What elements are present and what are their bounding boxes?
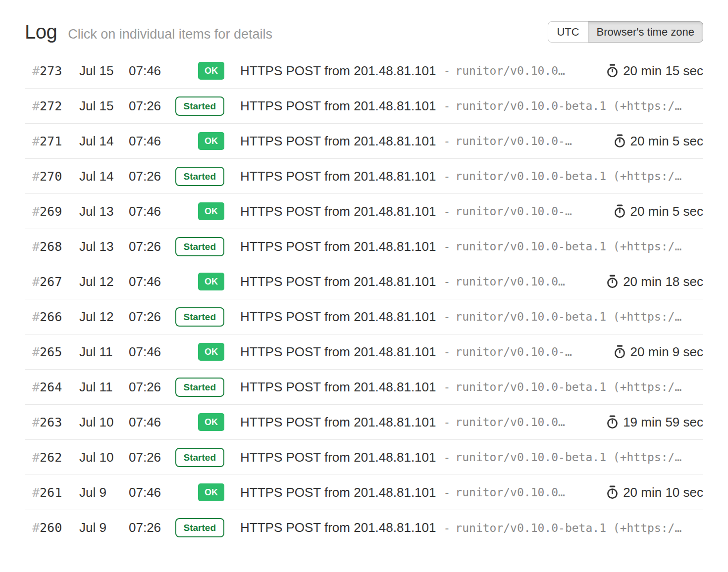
row-badge-cell: Started: [173, 307, 224, 327]
row-number-hash: #: [32, 415, 40, 429]
status-badge: OK: [198, 62, 224, 80]
row-number: #271: [25, 134, 79, 148]
log-row[interactable]: #273 Jul 15 07:46 OK HTTPS POST from 201…: [25, 53, 703, 89]
row-number: #266: [25, 310, 79, 324]
row-number-hash: #: [32, 521, 40, 535]
duration-text: 19 min 59 sec: [623, 415, 703, 430]
event-text: HTTPS POST from 201.48.81.101: [240, 239, 436, 254]
row-number: #261: [25, 485, 79, 500]
duration: 20 min 18 sec: [593, 274, 703, 289]
user-agent-text: runitor/v0.10.0-…: [455, 135, 572, 147]
event-text: HTTPS POST from 201.48.81.101: [240, 134, 436, 149]
log-row[interactable]: #267 Jul 12 07:46 OK HTTPS POST from 201…: [25, 264, 703, 299]
stopwatch-icon: [614, 134, 626, 148]
row-date: Jul 11: [79, 344, 129, 360]
log-row[interactable]: #272 Jul 15 07:26 Started HTTPS POST fro…: [25, 89, 703, 124]
stopwatch-icon: [606, 64, 619, 78]
duration: 19 min 59 sec: [593, 415, 703, 430]
event-text: HTTPS POST from 201.48.81.101: [240, 380, 436, 395]
row-number: #263: [25, 415, 79, 429]
log-row[interactable]: #264 Jul 11 07:26 Started HTTPS POST fro…: [25, 370, 703, 405]
log-row[interactable]: #260 Jul 9 07:26 Started HTTPS POST from…: [25, 510, 703, 545]
event-text: HTTPS POST from 201.48.81.101: [240, 415, 436, 430]
row-event-cell: HTTPS POST from 201.48.81.101 - runitor/…: [240, 380, 703, 395]
timezone-toggle-group: UTC Browser's time zone: [548, 21, 703, 43]
event-separator: -: [443, 522, 450, 534]
row-event-cell: HTTPS POST from 201.48.81.101 - runitor/…: [240, 520, 703, 535]
row-badge-cell: OK: [173, 343, 224, 361]
utc-button[interactable]: UTC: [548, 21, 588, 43]
log-row[interactable]: #265 Jul 11 07:46 OK HTTPS POST from 201…: [25, 334, 703, 370]
row-event-cell: HTTPS POST from 201.48.81.101 - runitor/…: [240, 98, 703, 114]
row-number: #264: [25, 380, 79, 394]
row-number-value: 266: [40, 310, 62, 324]
status-badge: Started: [175, 518, 224, 537]
log-row[interactable]: #270 Jul 14 07:26 Started HTTPS POST fro…: [25, 159, 703, 194]
log-row[interactable]: #266 Jul 12 07:26 Started HTTPS POST fro…: [25, 299, 703, 334]
event-text: HTTPS POST from 201.48.81.101: [240, 169, 436, 184]
row-number: #265: [25, 345, 79, 359]
log-row[interactable]: #271 Jul 14 07:46 OK HTTPS POST from 201…: [25, 124, 703, 159]
page-header: Log Click on individual items for detail…: [25, 21, 703, 43]
event-text: HTTPS POST from 201.48.81.101: [240, 98, 436, 114]
row-number-hash: #: [32, 239, 40, 254]
row-event-cell: HTTPS POST from 201.48.81.101 - runitor/…: [240, 450, 703, 465]
user-agent-text: runitor/v0.10.0-beta.1 (+https:/…: [455, 381, 681, 393]
row-time: 07:46: [129, 204, 173, 219]
row-number-hash: #: [32, 204, 40, 219]
status-badge: OK: [198, 202, 224, 220]
status-badge: Started: [175, 237, 224, 256]
row-badge-cell: Started: [173, 96, 224, 116]
stopwatch-icon: [614, 204, 626, 218]
duration-text: 20 min 15 sec: [623, 63, 703, 79]
log-row[interactable]: #262 Jul 10 07:26 Started HTTPS POST fro…: [25, 440, 703, 475]
row-number: #260: [25, 521, 79, 535]
row-number-hash: #: [32, 134, 40, 148]
row-badge-cell: Started: [173, 448, 224, 467]
log-row[interactable]: #263 Jul 10 07:46 OK HTTPS POST from 201…: [25, 405, 703, 440]
row-number-value: 264: [40, 380, 62, 394]
browser-timezone-button[interactable]: Browser's time zone: [588, 21, 703, 43]
user-agent-text: runitor/v0.10.0-…: [455, 345, 572, 358]
row-number-value: 268: [40, 239, 62, 254]
row-time: 07:26: [129, 450, 173, 465]
row-event-cell: HTTPS POST from 201.48.81.101 - runitor/…: [240, 169, 703, 184]
row-time: 07:26: [129, 380, 173, 395]
event-text: HTTPS POST from 201.48.81.101: [240, 450, 436, 465]
event-separator: -: [443, 64, 450, 77]
row-number-value: 260: [40, 521, 62, 535]
row-time: 07:26: [129, 520, 173, 535]
row-date: Jul 9: [79, 485, 129, 500]
row-number-value: 267: [40, 275, 62, 289]
page-subtitle: Click on individual items for details: [68, 27, 272, 42]
row-date: Jul 11: [79, 380, 129, 395]
row-date: Jul 12: [79, 274, 129, 289]
row-number: #269: [25, 204, 79, 219]
event-separator: -: [443, 381, 450, 393]
row-time: 07:46: [129, 485, 173, 500]
log-row[interactable]: #269 Jul 13 07:46 OK HTTPS POST from 201…: [25, 194, 703, 229]
duration-text: 20 min 5 sec: [630, 134, 703, 149]
row-number: #267: [25, 275, 79, 289]
row-badge-cell: OK: [173, 132, 224, 150]
user-agent-text: runitor/v0.10.0…: [455, 416, 565, 429]
row-event-cell: HTTPS POST from 201.48.81.101 - runitor/…: [240, 485, 703, 500]
event-separator: -: [443, 135, 450, 147]
row-number-hash: #: [32, 310, 40, 324]
row-badge-cell: OK: [173, 413, 224, 431]
event-text: HTTPS POST from 201.48.81.101: [240, 274, 436, 289]
log-row[interactable]: #268 Jul 13 07:26 Started HTTPS POST fro…: [25, 229, 703, 264]
row-number-value: 265: [40, 345, 62, 359]
row-event-cell: HTTPS POST from 201.48.81.101 - runitor/…: [240, 239, 703, 254]
user-agent-text: runitor/v0.10.0…: [455, 64, 565, 77]
row-time: 07:26: [129, 239, 173, 254]
row-number: #262: [25, 450, 79, 465]
row-time: 07:46: [129, 134, 173, 149]
row-number-hash: #: [32, 450, 40, 465]
event-text: HTTPS POST from 201.48.81.101: [240, 204, 436, 219]
log-row[interactable]: #261 Jul 9 07:46 OK HTTPS POST from 201.…: [25, 475, 703, 510]
row-number-value: 263: [40, 415, 62, 429]
stopwatch-icon: [606, 275, 619, 288]
row-event-cell: HTTPS POST from 201.48.81.101 - runitor/…: [240, 63, 703, 79]
row-number-hash: #: [32, 99, 40, 113]
